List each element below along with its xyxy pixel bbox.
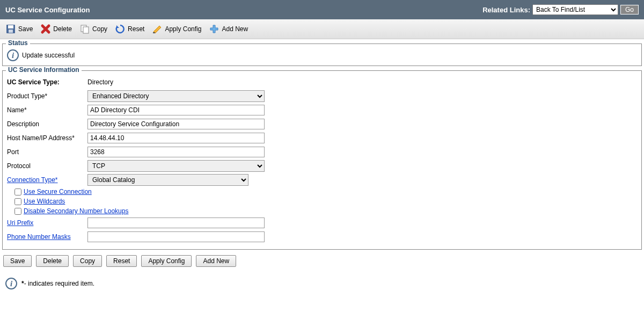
page-header: UC Service Configuration Related Links: … bbox=[0, 0, 644, 19]
reset-label: Reset bbox=[128, 25, 144, 33]
bottom-copy-button[interactable]: Copy bbox=[73, 255, 102, 267]
required-note: i *- indicates required item. bbox=[5, 278, 639, 289]
add-new-label: Add New bbox=[222, 25, 248, 33]
use-secure-label[interactable]: Use Secure Connection bbox=[24, 188, 92, 195]
name-label: Name bbox=[7, 106, 87, 114]
port-label: Port bbox=[7, 148, 87, 156]
use-secure-checkbox[interactable] bbox=[14, 189, 21, 195]
bottom-add-new-button[interactable]: Add New bbox=[196, 255, 236, 267]
connection-type-link[interactable]: Connection Type bbox=[7, 176, 58, 184]
protocol-label: Protocol bbox=[7, 162, 87, 170]
add-new-icon bbox=[209, 24, 219, 34]
svg-rect-1 bbox=[8, 25, 13, 28]
connection-type-select[interactable]: Global Catalog bbox=[87, 174, 248, 186]
uri-prefix-link[interactable]: Uri Prefix bbox=[7, 219, 33, 227]
bottom-buttons: Save Delete Copy Reset Apply Config Add … bbox=[3, 255, 641, 267]
host-input[interactable] bbox=[87, 133, 265, 143]
toolbar: Save Delete Copy Reset Apply Config Add … bbox=[0, 19, 644, 39]
copy-label: Copy bbox=[92, 25, 107, 33]
svg-rect-4 bbox=[83, 27, 89, 33]
bottom-apply-config-button[interactable]: Apply Config bbox=[141, 255, 192, 267]
copy-button[interactable]: Copy bbox=[78, 23, 112, 35]
status-fieldset: Status i Update successful bbox=[2, 44, 642, 66]
apply-config-icon bbox=[152, 24, 163, 34]
use-wildcards-label[interactable]: Use Wildcards bbox=[24, 198, 65, 205]
uri-prefix-label: Uri Prefix bbox=[7, 219, 87, 227]
status-message: Update successful bbox=[22, 52, 75, 59]
phone-masks-link[interactable]: Phone Number Masks bbox=[7, 233, 71, 241]
save-button[interactable]: Save bbox=[4, 23, 37, 35]
host-label: Host Name/IP Address bbox=[7, 134, 87, 142]
page-title: UC Service Configuration bbox=[5, 6, 90, 14]
delete-label: Delete bbox=[53, 25, 72, 33]
bottom-reset-button[interactable]: Reset bbox=[106, 255, 137, 267]
copy-icon bbox=[79, 24, 90, 34]
status-legend: Status bbox=[6, 39, 30, 47]
description-input[interactable] bbox=[87, 119, 265, 129]
apply-config-label: Apply Config bbox=[165, 25, 201, 33]
service-info-fieldset: UC Service Information UC Service Type: … bbox=[2, 70, 642, 250]
related-links-select[interactable]: Back To Find/List bbox=[532, 4, 618, 15]
reset-button[interactable]: Reset bbox=[114, 23, 149, 35]
phone-masks-label: Phone Number Masks bbox=[7, 233, 87, 241]
disable-secondary-checkbox[interactable] bbox=[14, 208, 21, 215]
reset-icon bbox=[115, 24, 126, 34]
uri-prefix-input[interactable] bbox=[87, 218, 265, 228]
connection-type-label: Connection Type bbox=[7, 176, 87, 184]
phone-masks-input[interactable] bbox=[87, 231, 265, 242]
add-new-button[interactable]: Add New bbox=[208, 23, 252, 35]
related-links: Related Links: Back To Find/List Go bbox=[482, 4, 639, 15]
port-input[interactable] bbox=[87, 147, 265, 157]
related-links-label: Related Links: bbox=[482, 6, 530, 14]
apply-config-button[interactable]: Apply Config bbox=[151, 23, 206, 35]
go-button[interactable]: Go bbox=[620, 5, 639, 15]
use-wildcards-checkbox[interactable] bbox=[14, 198, 21, 205]
delete-button[interactable]: Delete bbox=[39, 23, 76, 35]
info-icon: i bbox=[7, 49, 19, 61]
svg-rect-5 bbox=[153, 32, 155, 33]
product-type-label: Product Type bbox=[7, 92, 87, 100]
name-input[interactable] bbox=[87, 105, 265, 115]
disable-secondary-label[interactable]: Disable Secondary Number Lookups bbox=[24, 207, 128, 215]
product-type-select[interactable]: Enhanced Directory bbox=[87, 90, 265, 102]
service-type-label: UC Service Type: bbox=[7, 78, 87, 86]
save-icon bbox=[5, 24, 16, 34]
service-type-value: Directory bbox=[87, 78, 113, 86]
bottom-delete-button[interactable]: Delete bbox=[36, 255, 69, 267]
bottom-save-button[interactable]: Save bbox=[3, 255, 32, 267]
required-note-text: *- indicates required item. bbox=[21, 280, 94, 287]
svg-rect-2 bbox=[9, 30, 13, 33]
save-label: Save bbox=[18, 25, 33, 33]
description-label: Description bbox=[7, 120, 87, 128]
delete-icon bbox=[40, 24, 51, 34]
protocol-select[interactable]: TCP bbox=[87, 160, 265, 172]
info-icon-footer: i bbox=[5, 278, 17, 289]
service-info-legend: UC Service Information bbox=[6, 66, 82, 74]
